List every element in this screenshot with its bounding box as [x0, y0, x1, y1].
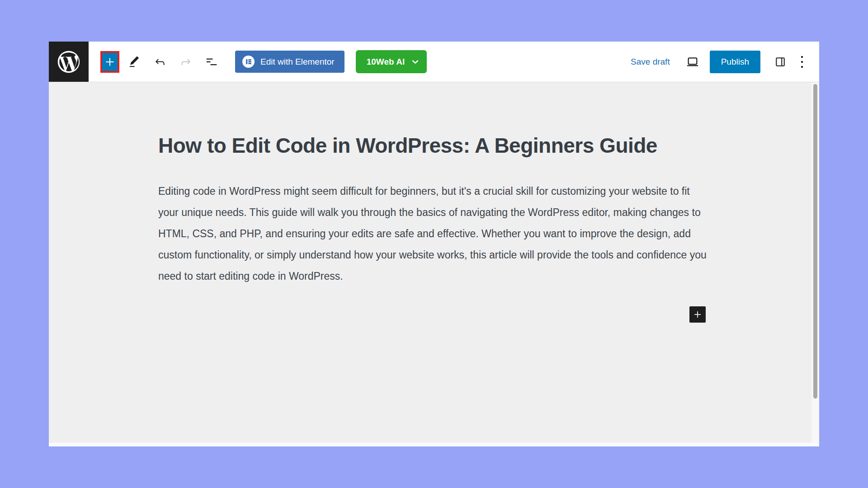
- list-view-icon: [205, 55, 218, 69]
- kebab-dot: [801, 56, 803, 58]
- elementor-button-label: Edit with Elementor: [260, 57, 335, 67]
- desktop-background: { "toolbar": { "elementor_label": "Edit …: [0, 0, 868, 488]
- redo-button[interactable]: [175, 51, 197, 73]
- elementor-icon: [242, 56, 255, 68]
- tenweb-ai-button[interactable]: 10Web AI: [356, 50, 427, 73]
- edit-with-elementor-button[interactable]: Edit with Elementor: [235, 51, 344, 73]
- undo-icon: [153, 55, 167, 69]
- tenweb-button-label: 10Web AI: [367, 57, 405, 67]
- post-content-column: How to Edit Code in WordPress: A Beginne…: [158, 82, 710, 287]
- kebab-dot: [801, 61, 803, 63]
- editor-canvas: How to Edit Code in WordPress: A Beginne…: [49, 82, 819, 443]
- plus-icon: [693, 310, 703, 319]
- settings-sidebar-button[interactable]: [769, 51, 791, 73]
- preview-button[interactable]: [682, 51, 703, 73]
- document-overview-button[interactable]: [201, 51, 222, 73]
- post-paragraph[interactable]: Editing code in WordPress might seem dif…: [158, 181, 710, 287]
- block-inserter-button[interactable]: [102, 53, 118, 71]
- pencil-icon: [127, 55, 141, 69]
- block-inserter-highlight: [100, 51, 119, 73]
- laptop-icon: [685, 55, 700, 69]
- wordpress-logo-button[interactable]: [49, 42, 89, 82]
- window-bottom-strip: [49, 443, 819, 446]
- scrollbar-track: [811, 82, 819, 443]
- publish-button[interactable]: Publish: [710, 51, 760, 73]
- kebab-dot: [801, 66, 803, 68]
- post-title[interactable]: How to Edit Code in WordPress: A Beginne…: [158, 133, 710, 158]
- wordpress-editor-window: Edit with Elementor 10Web AI Save draft …: [49, 42, 819, 446]
- redo-icon: [179, 55, 193, 69]
- tools-button[interactable]: [123, 51, 145, 73]
- undo-button[interactable]: [149, 51, 171, 73]
- scrollbar-thumb[interactable]: [813, 84, 817, 399]
- options-menu-button[interactable]: [791, 51, 813, 73]
- sidebar-panel-icon: [774, 56, 787, 68]
- editor-toolbar: Edit with Elementor 10Web AI Save draft …: [49, 42, 819, 82]
- add-block-button[interactable]: [689, 306, 706, 323]
- plus-icon: [104, 56, 116, 68]
- save-draft-button[interactable]: Save draft: [631, 57, 670, 67]
- chevron-down-icon: [412, 60, 419, 64]
- wordpress-logo-icon: [56, 49, 82, 75]
